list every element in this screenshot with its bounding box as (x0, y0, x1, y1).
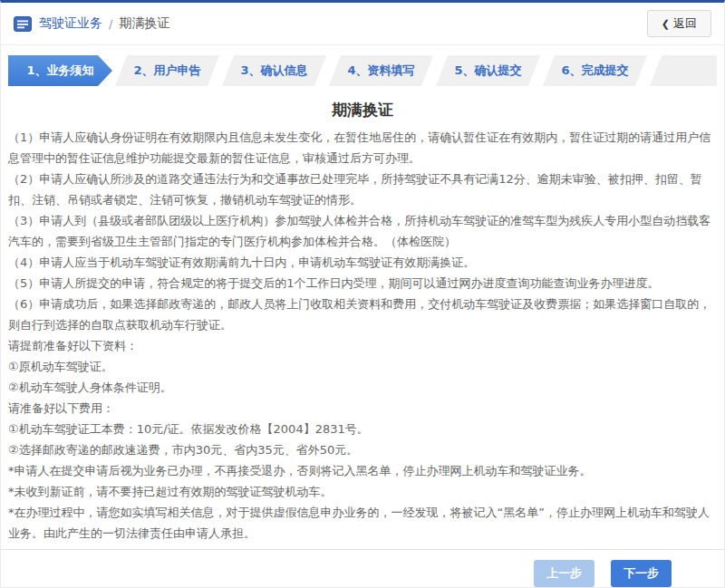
notice-text: （1）申请人应确认身份证明在有效期限内且信息未发生变化，在暂住地居住的，请确认暂… (1, 127, 724, 544)
notice-paragraph: （4）申请人应当于机动车驾驶证有效期满前九十日内，申请机动车驾驶证有效期满换证。 (8, 252, 717, 273)
step-label: 4、资料填写 (347, 63, 414, 79)
back-button-label: 返回 (673, 16, 697, 30)
step-item[interactable]: 4、资料填写 (329, 55, 433, 86)
notice-paragraph: ①机动车驾驶证工本费：10元/证。依据发改价格【2004】2831号。 (8, 419, 717, 439)
previous-step-button[interactable]: 上一步 (534, 560, 594, 587)
main-content: 期满换证 （1）申请人应确认身份证明在有效期限内且信息未发生变化，在暂住地居住的… (1, 86, 724, 549)
form-list-icon (14, 16, 32, 32)
notice-paragraph: （5）申请人所提交的申请，符合规定的将于提交后的1个工作日内受理，期间可以通过网… (8, 273, 717, 294)
step-label: 1、业务须知 (26, 63, 93, 79)
step-label: 6、完成提交 (561, 63, 628, 79)
step-item[interactable]: 1、业务须知 (8, 55, 112, 86)
back-button[interactable]: ❮返回 (647, 10, 711, 37)
page: 驾驶证业务 / 期满换证 ❮返回 1、业务须知 2、用户申告 3、确认信息 4、… (0, 0, 725, 588)
page-title: 期满换证 (1, 100, 724, 120)
step-item[interactable]: 5、确认提交 (436, 55, 540, 86)
breadcrumb-separator: / (109, 17, 112, 31)
step-item[interactable]: 3、确认信息 (222, 55, 326, 86)
step-item[interactable]: 6、完成提交 (543, 55, 647, 86)
step-bar-filler (650, 55, 717, 86)
notice-paragraph: *在办理过程中，请您如实填写相关信息，对于提供虚假信息申办业务的，一经发现，将被… (8, 502, 717, 544)
notice-paragraph: （3）申请人到（县级或者部队团级以上医疗机构）参加驾驶人体检并合格，所持机动车驾… (8, 210, 717, 252)
step-item[interactable]: 2、用户申告 (115, 55, 219, 86)
notice-paragraph: （6）申请成功后，如果选择邮政寄递的，邮政人员将上门收取相关资料和费用，交付机动… (8, 294, 717, 335)
notice-paragraph: *申请人在提交申请后视为业务已办理，不再接受退办，否则将记入黑名单，停止办理网上… (8, 460, 717, 481)
footer-bar: 上一步 下一步 (1, 549, 724, 587)
notice-paragraph: ①原机动车驾驶证。 (8, 356, 717, 377)
step-label: 2、用户申告 (133, 63, 200, 79)
notice-paragraph: ②选择邮政寄递的邮政速递费，市内30元、省内35元、省外50元。 (8, 439, 717, 460)
step-progress-bar: 1、业务须知 2、用户申告 3、确认信息 4、资料填写 5、确认提交 6、完成提… (8, 55, 717, 86)
notice-paragraph: 请提前准备好以下资料： (8, 335, 717, 356)
back-chevron-icon: ❮ (662, 18, 670, 30)
notice-paragraph: （2）申请人应确认所涉及的道路交通违法行为和交通事故已处理完毕，所持驾驶证不具有… (8, 169, 717, 210)
step-label: 5、确认提交 (454, 63, 521, 79)
step-label: 3、确认信息 (240, 63, 307, 79)
notice-paragraph: *未收到新证前，请不要持已超过有效期的驾驶证驾驶机动车。 (8, 481, 717, 502)
notice-paragraph: ②机动车驾驶人身体条件证明。 (8, 377, 717, 398)
notice-paragraph: （1）申请人应确认身份证明在有效期限内且信息未发生变化，在暂住地居住的，请确认暂… (8, 127, 717, 169)
header-bar: 驾驶证业务 / 期满换证 ❮返回 (1, 3, 724, 45)
breadcrumb-current-page: 期满换证 (119, 15, 169, 32)
next-step-button[interactable]: 下一步 (611, 560, 672, 587)
breadcrumb-section-link[interactable]: 驾驶证业务 (39, 15, 102, 32)
notice-paragraph: 请准备好以下费用： (8, 398, 717, 419)
